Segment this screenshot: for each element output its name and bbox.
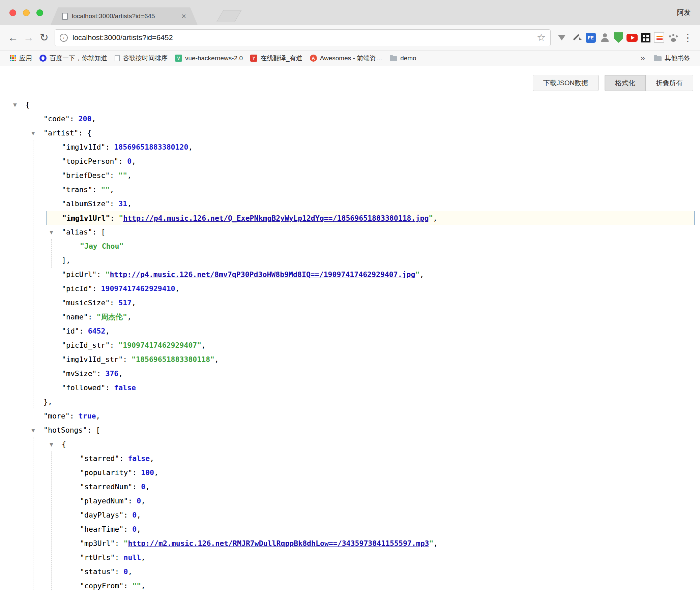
json-key: "followed" [62,383,105,392]
json-line: "topicPerson": 0, [0,154,700,168]
address-bar[interactable]: i localhost:3000/artists?id=6452 ☆ [55,29,551,46]
collapse-arrow-icon[interactable]: ▼ [50,225,53,239]
folder-icon [654,56,662,61]
green-shield-icon[interactable] [614,32,623,43]
bookmark-demo[interactable]: demo [386,53,420,63]
json-token: : [115,567,124,576]
youdao-icon: Y [250,55,257,62]
json-key: "dayPlays" [80,511,123,519]
url-text[interactable]: localhost:3000/artists?id=6452 [72,33,537,42]
json-line: "dayPlays": 0, [0,508,700,522]
json-line: "copyFrom": "", [0,579,700,591]
json-line: ▼"alias": [ [0,225,700,239]
json-url-link[interactable]: http://p4.music.126.net/8mv7qP30Pd3oHW8b… [110,270,415,279]
json-line: ▼"hotSongs": [ [0,423,700,437]
json-key: "code" [43,115,70,123]
json-token: : [110,171,118,180]
json-token: 6452 [88,327,106,335]
json-token: "" [101,185,110,194]
json-token: "18569651883380118" [132,355,214,364]
json-line: ▼{ [0,437,700,452]
browser-menu-icon[interactable]: ⋮ [682,32,693,43]
json-line: "picId_str": "19097417462929407", [0,338,700,352]
qr-code-icon[interactable] [641,33,650,42]
json-token: , [150,454,154,463]
close-window-button[interactable] [9,9,16,16]
json-line: "picId": 19097417462929410, [0,282,700,296]
bookmark-star-icon[interactable]: ☆ [537,33,546,42]
v-dropdown-icon[interactable] [556,32,567,43]
json-key: "img1v1Url" [62,214,110,222]
reload-button[interactable]: ↻ [36,31,52,44]
bookmark-vue-hackernews[interactable]: Vvue-hackernews-2.0 [171,53,246,63]
json-token: true [79,412,96,420]
json-token: : [123,582,132,590]
json-line: "rtUrls": null, [0,551,700,565]
download-json-button[interactable]: 下载JSON数据 [533,75,599,91]
forward-button[interactable]: → [21,32,36,44]
back-button[interactable]: ← [5,32,21,44]
json-url-link[interactable]: http://p4.music.126.net/Q_ExePNkmgB2yWyL… [123,214,429,222]
json-line: "popularity": 100, [0,466,700,480]
collapse-arrow-icon[interactable]: ▼ [31,423,35,437]
bookmark-google-time-sort[interactable]: 谷歌按时间排序 [111,53,171,64]
json-line: "mvSize": 376, [0,367,700,381]
indent-guide [51,452,52,591]
json-token: : [115,539,124,548]
new-tab-button[interactable] [216,10,242,22]
json-token: , [434,539,438,548]
json-token: { [62,440,66,448]
json-token: : { [79,129,92,137]
player-icon[interactable] [654,32,664,43]
collapse-arrow-icon[interactable]: ▼ [50,437,53,452]
bookmark-baidu[interactable]: 百度一下，你就知道 [36,53,111,64]
json-token: : [128,497,137,505]
bookmark-youdao-translate[interactable]: Y在线翻译_有道 [246,53,306,64]
json-line: "hearTime": 0, [0,522,700,536]
json-token: : [132,468,141,477]
format-button[interactable]: 格式化 [605,75,646,91]
bookmark-awesomes[interactable]: AAwesomes - 前端资… [306,53,386,64]
json-url-link[interactable]: http://m2.music.126.net/RMJR7wDullRqppBk… [128,539,429,548]
page-icon [115,55,120,61]
bookmarks-overflow-icon[interactable]: » [635,53,650,63]
json-line: ], [0,253,700,268]
collapse-arrow-icon[interactable]: ▼ [31,126,35,140]
person-silhouette-icon[interactable] [599,32,611,43]
indent-guide [33,140,33,409]
json-token: , [214,355,219,364]
json-token: "19097417462929407" [118,341,201,349]
youtube-icon[interactable] [626,34,638,42]
json-line: "albumSize": 31, [0,197,700,211]
json-token: , [433,214,437,222]
json-key: "playedNum" [80,497,128,505]
json-token: , [419,270,424,279]
browser-tab[interactable]: localhost:3000/artists?id=645 × [51,7,198,25]
json-token: , [141,497,145,505]
json-line: "starred": false, [0,452,700,466]
fe-extension-icon[interactable]: FE [586,33,596,43]
json-token: null [123,553,141,562]
json-token: , [137,511,141,519]
collapse-all-button[interactable]: 折叠所有 [646,75,693,91]
minimize-window-button[interactable] [23,9,30,16]
translate-pen-icon[interactable] [571,32,582,43]
json-token: : [97,270,106,279]
json-token: , [127,171,132,180]
json-key: "trans" [62,185,92,194]
tab-close-icon[interactable]: × [181,12,186,20]
json-token: 0 [141,483,145,491]
json-key: "mp3Url" [80,539,115,548]
json-line: "status": 0, [0,565,700,579]
json-line: "trans": "", [0,183,700,197]
other-bookmarks-button[interactable]: 其他书签 [650,53,694,64]
fullscreen-window-button[interactable] [36,9,43,16]
bookmark-apps[interactable]: 应用 [6,53,36,64]
json-line: "starredNum": 0, [0,480,700,494]
paw-icon[interactable] [668,32,679,43]
page-info-icon[interactable]: i [60,34,68,42]
json-token: , [96,412,100,420]
collapse-arrow-icon[interactable]: ▼ [13,98,17,112]
json-token: false [128,454,150,463]
json-token: " [119,214,123,222]
